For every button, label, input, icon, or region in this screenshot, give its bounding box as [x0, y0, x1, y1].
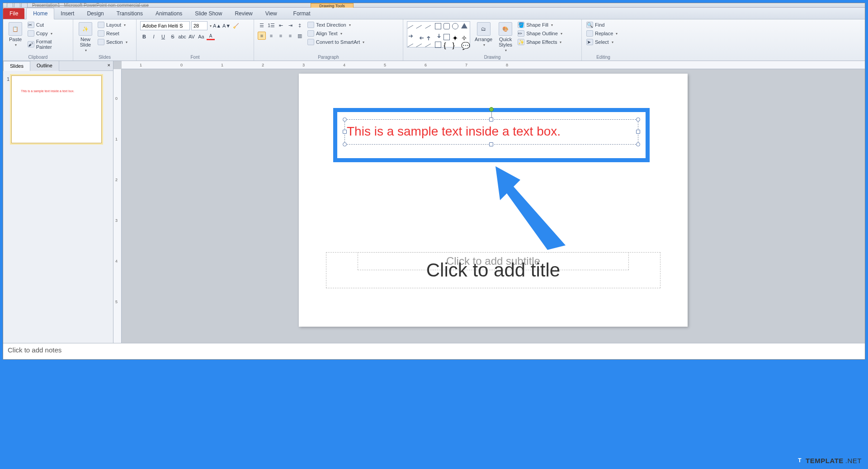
contextual-tab-drawing-tools[interactable]: Drawing Tools: [311, 3, 354, 8]
bold-button[interactable]: B: [140, 33, 148, 41]
notes-pane[interactable]: Click to add notes: [3, 343, 865, 359]
tab-outline[interactable]: Outline: [30, 61, 59, 71]
convert-smartart-button[interactable]: Convert to SmartArt▾: [307, 38, 365, 46]
tab-review[interactable]: Review: [228, 8, 259, 19]
resize-handle-s[interactable]: [489, 142, 493, 146]
shape-freeform-icon[interactable]: [416, 43, 425, 52]
shape-line-icon[interactable]: [416, 25, 425, 33]
shape-oval-icon[interactable]: [452, 23, 458, 29]
justify-button[interactable]: ≡: [286, 32, 294, 40]
strikethrough-button[interactable]: S: [169, 33, 177, 41]
shape-arrow-right-icon[interactable]: [409, 34, 415, 40]
shape-connector-icon[interactable]: [425, 25, 434, 33]
shape-star-icon[interactable]: ✦: [452, 34, 458, 40]
tab-animations[interactable]: Animations: [149, 8, 189, 19]
slide[interactable]: This is a sample text inside a text box.…: [299, 74, 688, 327]
shape-star-icon[interactable]: ✧: [461, 34, 467, 40]
align-center-button[interactable]: ≡: [267, 32, 275, 40]
tab-slideshow[interactable]: Slide Show: [189, 8, 228, 19]
shrink-font-button[interactable]: A▼: [222, 22, 231, 30]
thumbnail-item[interactable]: 1 This is a sample text inside a text bo…: [7, 75, 109, 143]
replace-button[interactable]: Replace▾: [585, 30, 618, 37]
shape-brace-icon[interactable]: {: [443, 42, 450, 48]
tab-slides[interactable]: Slides: [3, 61, 30, 71]
align-left-button[interactable]: ≡: [258, 32, 266, 40]
decrease-indent-button[interactable]: ⇤: [277, 21, 285, 29]
cut-button[interactable]: ✂Cut: [27, 21, 69, 28]
italic-button[interactable]: I: [150, 33, 158, 41]
shape-brace-icon[interactable]: }: [452, 42, 458, 48]
shape-scribble-icon[interactable]: [425, 43, 434, 52]
align-right-button[interactable]: ≡: [277, 32, 285, 40]
increase-indent-button[interactable]: ⇥: [286, 21, 294, 29]
tab-view[interactable]: View: [259, 8, 283, 19]
grow-font-button[interactable]: A▲: [213, 22, 221, 30]
paste-button[interactable]: 📋 Paste▾: [7, 21, 24, 48]
qat-undo-icon[interactable]: [14, 3, 20, 8]
group-label: Drawing: [407, 54, 578, 60]
reset-icon: [98, 30, 104, 37]
shape-triangle-icon[interactable]: [461, 23, 467, 28]
shape-callout-icon[interactable]: 💬: [461, 42, 467, 48]
resize-handle-se[interactable]: [636, 142, 640, 146]
resize-handle-n[interactable]: [489, 117, 493, 122]
clear-formatting-button[interactable]: 🧹: [232, 22, 240, 30]
reset-button[interactable]: Reset: [97, 30, 128, 37]
resize-handle-w[interactable]: [343, 130, 347, 134]
underline-button[interactable]: U: [159, 33, 167, 41]
font-size-input[interactable]: [191, 21, 208, 30]
format-painter-button[interactable]: 🖌Format Painter: [27, 38, 69, 50]
bullets-button[interactable]: ☰: [258, 21, 266, 29]
section-button[interactable]: Section▾: [97, 38, 128, 46]
selected-textbox[interactable]: This is a sample text inside a text box.: [344, 119, 638, 145]
shape-arrow-down-icon[interactable]: [435, 34, 441, 40]
numbering-button[interactable]: 1☰: [267, 21, 275, 29]
char-spacing-button[interactable]: AV: [188, 33, 196, 41]
title-bar: Presentation1 - Microsoft PowerPoint non…: [3, 3, 865, 8]
shape-rounded-rect-icon[interactable]: [443, 23, 450, 29]
new-slide-button[interactable]: ✨ New Slide▾: [77, 21, 94, 53]
layout-button[interactable]: Layout▾: [97, 21, 128, 28]
arrange-button[interactable]: 🗂 Arrange▾: [473, 21, 494, 48]
rotate-handle[interactable]: [489, 107, 494, 112]
line-spacing-button[interactable]: ‡: [296, 21, 304, 29]
align-text-button[interactable]: Align Text▾: [307, 30, 365, 37]
shape-curve-icon[interactable]: [407, 43, 416, 52]
tab-insert[interactable]: Insert: [54, 8, 80, 19]
shape-rectangle-icon[interactable]: [435, 23, 441, 29]
slide-thumbnail[interactable]: This is a sample text inside a text box.: [11, 75, 102, 143]
select-button[interactable]: ➤Select▾: [585, 38, 618, 46]
textbox-content[interactable]: This is a sample text inside a text box.: [345, 120, 638, 139]
tab-file[interactable]: File: [3, 8, 24, 19]
tab-home[interactable]: Home: [26, 8, 54, 19]
shape-fill-button[interactable]: 🪣Shape Fill▾: [517, 21, 563, 28]
quick-styles-button[interactable]: 🎨 Quick Styles▾: [497, 21, 514, 53]
qat-redo-icon[interactable]: [21, 3, 28, 8]
resize-handle-e[interactable]: [636, 130, 640, 134]
find-button[interactable]: 🔍Find: [585, 21, 618, 28]
shape-arrow-left-icon[interactable]: [417, 34, 424, 40]
shape-rect-icon[interactable]: [443, 34, 450, 40]
resize-handle-sw[interactable]: [343, 142, 347, 146]
title-placeholder[interactable]: Click to add title: [326, 252, 660, 288]
shape-outline-button[interactable]: ✏Shape Outline▾: [517, 30, 563, 37]
tab-design[interactable]: Design: [80, 8, 110, 19]
font-name-input[interactable]: [140, 21, 190, 30]
copy-button[interactable]: Copy▾: [27, 30, 69, 37]
slide-viewport[interactable]: This is a sample text inside a text box.…: [122, 69, 865, 343]
shape-effects-button[interactable]: ✨Shape Effects▾: [517, 38, 563, 46]
close-panel-button[interactable]: ×: [105, 61, 113, 71]
text-direction-button[interactable]: Text Direction▾: [307, 21, 365, 28]
resize-handle-nw[interactable]: [343, 117, 347, 122]
shape-textbox-icon[interactable]: [435, 42, 441, 48]
resize-handle-ne[interactable]: [636, 117, 640, 122]
columns-button[interactable]: ▥: [296, 32, 304, 40]
tab-format[interactable]: Format: [287, 8, 317, 19]
shadow-button[interactable]: abc: [178, 33, 186, 41]
shapes-gallery[interactable]: ✦ ✧ { } 💬: [407, 21, 470, 47]
change-case-button[interactable]: Aa: [197, 33, 205, 41]
tab-transitions[interactable]: Transitions: [110, 8, 149, 19]
font-color-button[interactable]: A: [207, 33, 215, 41]
qat-save-icon[interactable]: [7, 3, 13, 8]
shape-arrow-up-icon[interactable]: [426, 34, 433, 40]
